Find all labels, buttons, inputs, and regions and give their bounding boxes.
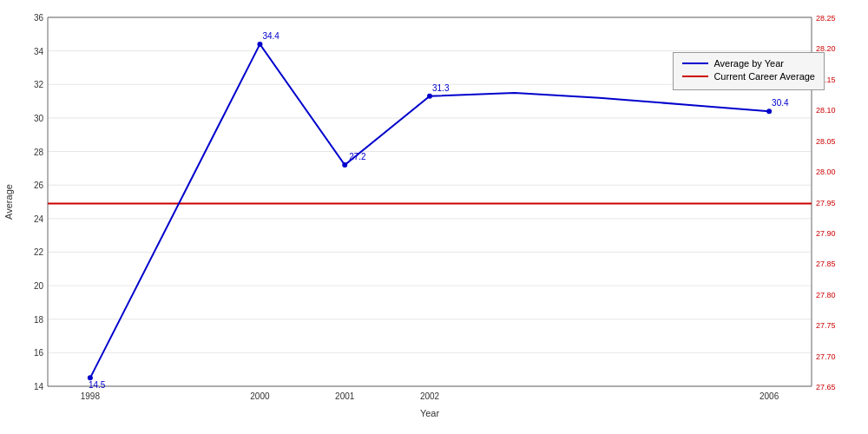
svg-text:20: 20 [34, 281, 44, 291]
svg-text:27.2: 27.2 [349, 152, 366, 161]
legend-label-1: Average by Year [713, 58, 784, 69]
svg-text:2002: 2002 [420, 391, 440, 401]
svg-text:27.70: 27.70 [816, 352, 836, 361]
legend-line-red [682, 76, 708, 77]
legend-label-2: Current Career Average [713, 71, 815, 82]
svg-text:27.90: 27.90 [816, 229, 836, 238]
legend-item-1: Average by Year [682, 58, 815, 69]
svg-text:36: 36 [34, 13, 44, 23]
legend-line-blue [682, 62, 708, 64]
svg-text:28.10: 28.10 [816, 106, 836, 115]
svg-point-53 [342, 162, 347, 168]
svg-text:26: 26 [34, 181, 44, 190]
svg-text:18: 18 [34, 315, 44, 325]
svg-point-57 [766, 108, 772, 114]
svg-text:Average: Average [3, 184, 14, 220]
svg-text:28.05: 28.05 [816, 137, 836, 146]
svg-text:30.4: 30.4 [772, 98, 789, 108]
legend-box: Average by Year Current Career Average [673, 52, 825, 90]
legend-item-2: Current Career Average [682, 71, 815, 82]
svg-text:2000: 2000 [250, 391, 270, 401]
svg-text:1998: 1998 [81, 391, 101, 401]
svg-text:14.5: 14.5 [89, 380, 106, 390]
svg-text:32: 32 [34, 80, 44, 89]
svg-text:2006: 2006 [760, 391, 779, 401]
svg-text:30: 30 [34, 114, 44, 123]
svg-text:22: 22 [34, 247, 44, 257]
svg-text:34: 34 [34, 47, 44, 56]
svg-point-55 [427, 94, 432, 99]
svg-text:28: 28 [34, 148, 44, 157]
svg-text:24: 24 [34, 214, 44, 224]
svg-text:27.95: 27.95 [816, 199, 836, 207]
svg-text:14: 14 [34, 382, 44, 391]
svg-text:27.85: 27.85 [816, 260, 836, 268]
svg-text:Year: Year [420, 408, 440, 418]
svg-text:16: 16 [34, 348, 44, 358]
svg-text:27.65: 27.65 [816, 383, 836, 391]
svg-text:27.80: 27.80 [816, 291, 836, 299]
svg-text:28.25: 28.25 [816, 14, 836, 23]
svg-text:27.75: 27.75 [816, 321, 836, 330]
svg-text:2001: 2001 [335, 391, 355, 401]
chart-container: 141618202224262830323436Average27.6527.7… [0, 0, 868, 434]
svg-text:28.00: 28.00 [816, 168, 836, 176]
svg-point-51 [257, 42, 262, 47]
svg-text:31.3: 31.3 [432, 83, 450, 93]
svg-text:34.4: 34.4 [262, 31, 279, 41]
